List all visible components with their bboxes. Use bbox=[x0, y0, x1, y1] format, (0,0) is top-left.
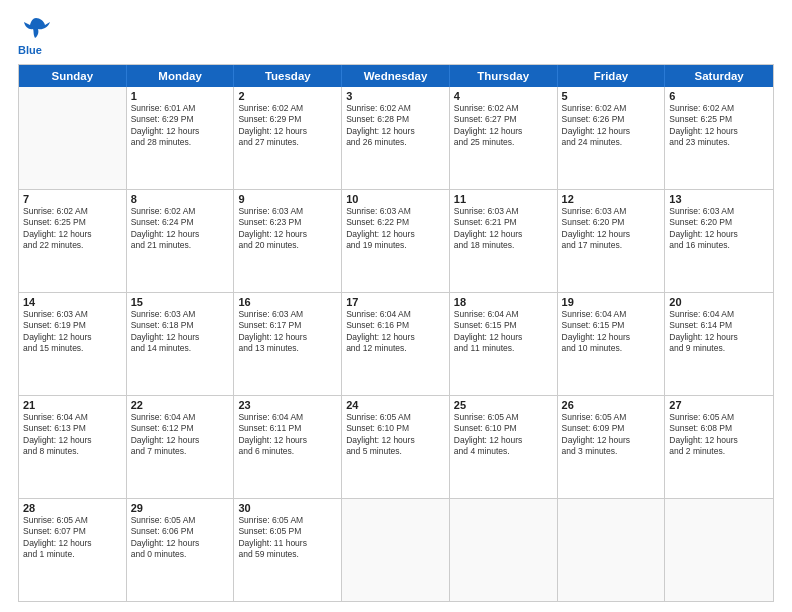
header-day-tuesday: Tuesday bbox=[234, 65, 342, 87]
day-info: Sunrise: 6:02 AM Sunset: 6:24 PM Dayligh… bbox=[131, 206, 230, 252]
calendar-day-6: 6Sunrise: 6:02 AM Sunset: 6:25 PM Daylig… bbox=[665, 87, 773, 189]
calendar-empty-cell bbox=[665, 499, 773, 601]
day-number: 23 bbox=[238, 399, 337, 411]
calendar-day-7: 7Sunrise: 6:02 AM Sunset: 6:25 PM Daylig… bbox=[19, 190, 127, 292]
calendar-day-21: 21Sunrise: 6:04 AM Sunset: 6:13 PM Dayli… bbox=[19, 396, 127, 498]
logo-bird-icon bbox=[22, 14, 50, 48]
day-info: Sunrise: 6:04 AM Sunset: 6:15 PM Dayligh… bbox=[454, 309, 553, 355]
calendar-week-5: 28Sunrise: 6:05 AM Sunset: 6:07 PM Dayli… bbox=[19, 499, 773, 601]
header-day-monday: Monday bbox=[127, 65, 235, 87]
calendar-empty-cell bbox=[450, 499, 558, 601]
day-number: 18 bbox=[454, 296, 553, 308]
day-number: 28 bbox=[23, 502, 122, 514]
calendar-day-30: 30Sunrise: 6:05 AM Sunset: 6:05 PM Dayli… bbox=[234, 499, 342, 601]
day-number: 29 bbox=[131, 502, 230, 514]
calendar-day-1: 1Sunrise: 6:01 AM Sunset: 6:29 PM Daylig… bbox=[127, 87, 235, 189]
day-info: Sunrise: 6:02 AM Sunset: 6:25 PM Dayligh… bbox=[23, 206, 122, 252]
header-day-wednesday: Wednesday bbox=[342, 65, 450, 87]
calendar-week-1: 1Sunrise: 6:01 AM Sunset: 6:29 PM Daylig… bbox=[19, 87, 773, 190]
day-number: 20 bbox=[669, 296, 769, 308]
day-number: 6 bbox=[669, 90, 769, 102]
calendar-day-23: 23Sunrise: 6:04 AM Sunset: 6:11 PM Dayli… bbox=[234, 396, 342, 498]
day-info: Sunrise: 6:04 AM Sunset: 6:12 PM Dayligh… bbox=[131, 412, 230, 458]
day-info: Sunrise: 6:03 AM Sunset: 6:19 PM Dayligh… bbox=[23, 309, 122, 355]
day-number: 11 bbox=[454, 193, 553, 205]
day-info: Sunrise: 6:05 AM Sunset: 6:09 PM Dayligh… bbox=[562, 412, 661, 458]
calendar-day-5: 5Sunrise: 6:02 AM Sunset: 6:26 PM Daylig… bbox=[558, 87, 666, 189]
day-number: 24 bbox=[346, 399, 445, 411]
day-number: 16 bbox=[238, 296, 337, 308]
calendar-day-2: 2Sunrise: 6:02 AM Sunset: 6:29 PM Daylig… bbox=[234, 87, 342, 189]
day-info: Sunrise: 6:02 AM Sunset: 6:26 PM Dayligh… bbox=[562, 103, 661, 149]
day-number: 10 bbox=[346, 193, 445, 205]
day-info: Sunrise: 6:01 AM Sunset: 6:29 PM Dayligh… bbox=[131, 103, 230, 149]
day-number: 17 bbox=[346, 296, 445, 308]
calendar-day-28: 28Sunrise: 6:05 AM Sunset: 6:07 PM Dayli… bbox=[19, 499, 127, 601]
day-number: 7 bbox=[23, 193, 122, 205]
day-info: Sunrise: 6:02 AM Sunset: 6:28 PM Dayligh… bbox=[346, 103, 445, 149]
day-info: Sunrise: 6:03 AM Sunset: 6:21 PM Dayligh… bbox=[454, 206, 553, 252]
day-info: Sunrise: 6:03 AM Sunset: 6:23 PM Dayligh… bbox=[238, 206, 337, 252]
day-number: 15 bbox=[131, 296, 230, 308]
calendar-week-3: 14Sunrise: 6:03 AM Sunset: 6:19 PM Dayli… bbox=[19, 293, 773, 396]
calendar-day-10: 10Sunrise: 6:03 AM Sunset: 6:22 PM Dayli… bbox=[342, 190, 450, 292]
day-info: Sunrise: 6:05 AM Sunset: 6:10 PM Dayligh… bbox=[346, 412, 445, 458]
logo: Blue bbox=[18, 14, 50, 56]
calendar-day-18: 18Sunrise: 6:04 AM Sunset: 6:15 PM Dayli… bbox=[450, 293, 558, 395]
header-day-thursday: Thursday bbox=[450, 65, 558, 87]
day-number: 1 bbox=[131, 90, 230, 102]
day-number: 13 bbox=[669, 193, 769, 205]
day-number: 14 bbox=[23, 296, 122, 308]
day-number: 5 bbox=[562, 90, 661, 102]
day-number: 12 bbox=[562, 193, 661, 205]
header-day-sunday: Sunday bbox=[19, 65, 127, 87]
calendar-day-20: 20Sunrise: 6:04 AM Sunset: 6:14 PM Dayli… bbox=[665, 293, 773, 395]
day-info: Sunrise: 6:04 AM Sunset: 6:13 PM Dayligh… bbox=[23, 412, 122, 458]
calendar-week-4: 21Sunrise: 6:04 AM Sunset: 6:13 PM Dayli… bbox=[19, 396, 773, 499]
day-info: Sunrise: 6:04 AM Sunset: 6:16 PM Dayligh… bbox=[346, 309, 445, 355]
calendar-day-29: 29Sunrise: 6:05 AM Sunset: 6:06 PM Dayli… bbox=[127, 499, 235, 601]
day-info: Sunrise: 6:05 AM Sunset: 6:10 PM Dayligh… bbox=[454, 412, 553, 458]
day-info: Sunrise: 6:04 AM Sunset: 6:15 PM Dayligh… bbox=[562, 309, 661, 355]
day-info: Sunrise: 6:02 AM Sunset: 6:25 PM Dayligh… bbox=[669, 103, 769, 149]
day-info: Sunrise: 6:05 AM Sunset: 6:08 PM Dayligh… bbox=[669, 412, 769, 458]
calendar-day-4: 4Sunrise: 6:02 AM Sunset: 6:27 PM Daylig… bbox=[450, 87, 558, 189]
calendar-empty-cell bbox=[342, 499, 450, 601]
calendar-day-16: 16Sunrise: 6:03 AM Sunset: 6:17 PM Dayli… bbox=[234, 293, 342, 395]
calendar-empty-cell bbox=[558, 499, 666, 601]
day-info: Sunrise: 6:02 AM Sunset: 6:27 PM Dayligh… bbox=[454, 103, 553, 149]
calendar-day-17: 17Sunrise: 6:04 AM Sunset: 6:16 PM Dayli… bbox=[342, 293, 450, 395]
day-number: 9 bbox=[238, 193, 337, 205]
day-info: Sunrise: 6:04 AM Sunset: 6:14 PM Dayligh… bbox=[669, 309, 769, 355]
day-info: Sunrise: 6:03 AM Sunset: 6:17 PM Dayligh… bbox=[238, 309, 337, 355]
day-number: 26 bbox=[562, 399, 661, 411]
day-info: Sunrise: 6:04 AM Sunset: 6:11 PM Dayligh… bbox=[238, 412, 337, 458]
calendar-day-12: 12Sunrise: 6:03 AM Sunset: 6:20 PM Dayli… bbox=[558, 190, 666, 292]
calendar-day-13: 13Sunrise: 6:03 AM Sunset: 6:20 PM Dayli… bbox=[665, 190, 773, 292]
calendar-day-24: 24Sunrise: 6:05 AM Sunset: 6:10 PM Dayli… bbox=[342, 396, 450, 498]
calendar-empty-cell bbox=[19, 87, 127, 189]
day-number: 21 bbox=[23, 399, 122, 411]
header-day-friday: Friday bbox=[558, 65, 666, 87]
day-info: Sunrise: 6:03 AM Sunset: 6:20 PM Dayligh… bbox=[669, 206, 769, 252]
day-number: 2 bbox=[238, 90, 337, 102]
calendar-day-19: 19Sunrise: 6:04 AM Sunset: 6:15 PM Dayli… bbox=[558, 293, 666, 395]
day-info: Sunrise: 6:05 AM Sunset: 6:05 PM Dayligh… bbox=[238, 515, 337, 561]
day-info: Sunrise: 6:03 AM Sunset: 6:22 PM Dayligh… bbox=[346, 206, 445, 252]
day-number: 27 bbox=[669, 399, 769, 411]
day-number: 8 bbox=[131, 193, 230, 205]
calendar-day-3: 3Sunrise: 6:02 AM Sunset: 6:28 PM Daylig… bbox=[342, 87, 450, 189]
calendar-week-2: 7Sunrise: 6:02 AM Sunset: 6:25 PM Daylig… bbox=[19, 190, 773, 293]
day-number: 19 bbox=[562, 296, 661, 308]
header-day-saturday: Saturday bbox=[665, 65, 773, 87]
day-info: Sunrise: 6:05 AM Sunset: 6:07 PM Dayligh… bbox=[23, 515, 122, 561]
calendar-day-22: 22Sunrise: 6:04 AM Sunset: 6:12 PM Dayli… bbox=[127, 396, 235, 498]
calendar-day-25: 25Sunrise: 6:05 AM Sunset: 6:10 PM Dayli… bbox=[450, 396, 558, 498]
calendar-day-14: 14Sunrise: 6:03 AM Sunset: 6:19 PM Dayli… bbox=[19, 293, 127, 395]
calendar-day-27: 27Sunrise: 6:05 AM Sunset: 6:08 PM Dayli… bbox=[665, 396, 773, 498]
day-number: 30 bbox=[238, 502, 337, 514]
page-header: Blue bbox=[18, 14, 774, 56]
calendar-day-15: 15Sunrise: 6:03 AM Sunset: 6:18 PM Dayli… bbox=[127, 293, 235, 395]
calendar-header: SundayMondayTuesdayWednesdayThursdayFrid… bbox=[19, 65, 773, 87]
calendar-day-9: 9Sunrise: 6:03 AM Sunset: 6:23 PM Daylig… bbox=[234, 190, 342, 292]
